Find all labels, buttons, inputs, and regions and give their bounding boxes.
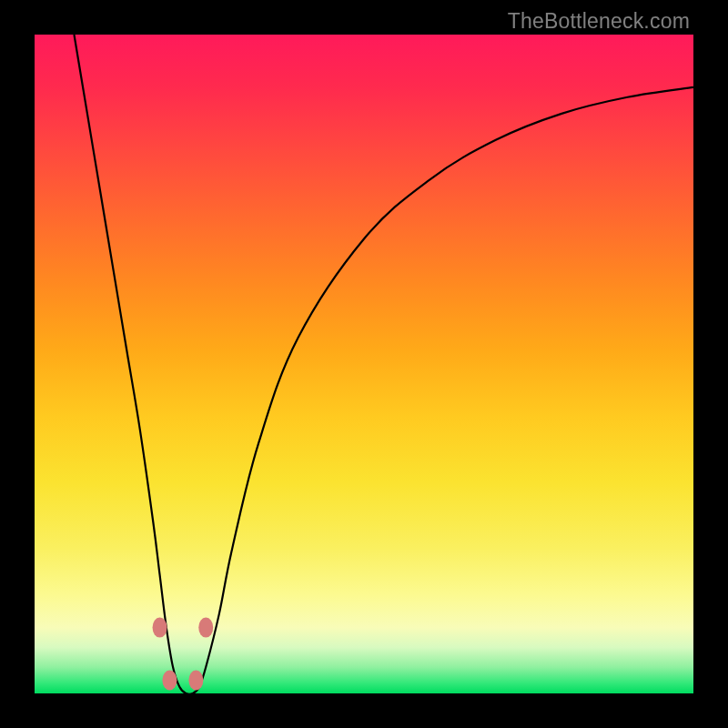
curve-markers: [153, 618, 214, 691]
plot-area: [35, 35, 693, 693]
curve-marker: [153, 618, 167, 638]
bottleneck-curve: [74, 35, 693, 694]
curve-marker: [188, 671, 203, 691]
chart-frame: TheBottleneck.com: [0, 0, 728, 728]
curve-marker: [162, 671, 177, 691]
watermark-text: TheBottleneck.com: [508, 9, 690, 34]
curve-marker: [198, 618, 213, 638]
curve-layer: [35, 35, 693, 693]
